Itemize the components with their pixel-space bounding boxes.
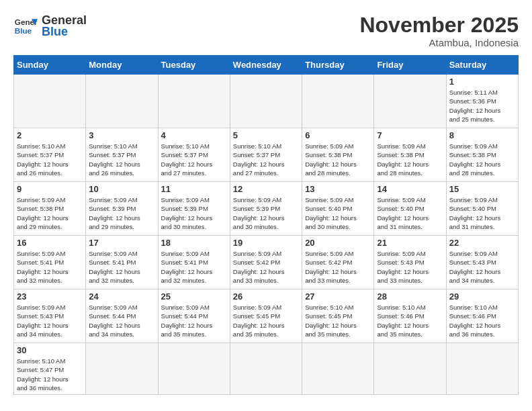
- day-info: Sunrise: 5:10 AMSunset: 5:46 PMDaylight:…: [377, 303, 443, 338]
- day-number: 15: [449, 184, 515, 194]
- calendar-day-cell: 2Sunrise: 5:10 AMSunset: 5:37 PMDaylight…: [14, 128, 86, 182]
- weekday-header: Thursday: [302, 56, 374, 75]
- day-number: 18: [161, 238, 227, 248]
- calendar-day-cell: 26Sunrise: 5:09 AMSunset: 5:45 PMDayligh…: [230, 289, 302, 343]
- calendar-day-cell: 16Sunrise: 5:09 AMSunset: 5:41 PMDayligh…: [14, 236, 86, 289]
- day-info: Sunrise: 5:09 AMSunset: 5:43 PMDaylight:…: [17, 303, 83, 338]
- day-number: 13: [305, 184, 371, 194]
- calendar-day-cell: 29Sunrise: 5:10 AMSunset: 5:46 PMDayligh…: [446, 289, 518, 343]
- logo: General Blue General Blue: [13, 13, 87, 39]
- day-info: Sunrise: 5:09 AMSunset: 5:41 PMDaylight:…: [89, 249, 154, 285]
- calendar-week-row: 2Sunrise: 5:10 AMSunset: 5:37 PMDaylight…: [14, 128, 519, 182]
- calendar-day-cell: 18Sunrise: 5:09 AMSunset: 5:41 PMDayligh…: [158, 236, 230, 289]
- day-info: Sunrise: 5:09 AMSunset: 5:43 PMDaylight:…: [377, 249, 443, 285]
- calendar-day-cell: [86, 75, 158, 128]
- day-number: 8: [449, 130, 515, 140]
- calendar-day-cell: [14, 75, 86, 128]
- day-info: Sunrise: 5:09 AMSunset: 5:42 PMDaylight:…: [233, 249, 299, 285]
- calendar-day-cell: 27Sunrise: 5:10 AMSunset: 5:45 PMDayligh…: [302, 289, 374, 343]
- title-block: November 2025 Atambua, Indonesia: [359, 13, 519, 48]
- calendar-day-cell: 3Sunrise: 5:10 AMSunset: 5:37 PMDaylight…: [86, 128, 158, 182]
- day-info: Sunrise: 5:09 AMSunset: 5:40 PMDaylight:…: [449, 195, 515, 231]
- calendar-day-cell: 22Sunrise: 5:09 AMSunset: 5:43 PMDayligh…: [446, 236, 518, 289]
- day-number: 12: [233, 184, 299, 194]
- calendar-day-cell: 4Sunrise: 5:10 AMSunset: 5:37 PMDaylight…: [158, 128, 230, 182]
- calendar-day-cell: [374, 75, 446, 128]
- calendar-day-cell: 25Sunrise: 5:09 AMSunset: 5:44 PMDayligh…: [158, 289, 230, 343]
- day-info: Sunrise: 5:09 AMSunset: 5:43 PMDaylight:…: [449, 249, 515, 285]
- day-number: 11: [161, 184, 227, 194]
- calendar-table: SundayMondayTuesdayWednesdayThursdayFrid…: [13, 55, 519, 395]
- day-number: 25: [161, 291, 227, 302]
- day-info: Sunrise: 5:10 AMSunset: 5:47 PMDaylight:…: [17, 357, 83, 392]
- calendar-week-row: 23Sunrise: 5:09 AMSunset: 5:43 PMDayligh…: [14, 289, 519, 343]
- calendar-day-cell: [158, 343, 230, 395]
- calendar-day-cell: 24Sunrise: 5:09 AMSunset: 5:44 PMDayligh…: [86, 289, 158, 343]
- day-info: Sunrise: 5:10 AMSunset: 5:37 PMDaylight:…: [233, 142, 299, 177]
- calendar-week-row: 1Sunrise: 5:11 AMSunset: 5:36 PMDaylight…: [14, 75, 519, 128]
- day-number: 24: [89, 291, 154, 302]
- svg-text:Blue: Blue: [15, 26, 32, 35]
- weekday-header: Tuesday: [158, 56, 230, 75]
- day-info: Sunrise: 5:09 AMSunset: 5:38 PMDaylight:…: [449, 142, 515, 177]
- day-info: Sunrise: 5:09 AMSunset: 5:39 PMDaylight:…: [233, 195, 299, 231]
- day-info: Sunrise: 5:09 AMSunset: 5:44 PMDaylight:…: [89, 303, 154, 338]
- day-number: 1: [449, 77, 515, 87]
- day-number: 6: [305, 130, 371, 140]
- day-number: 7: [377, 130, 443, 140]
- calendar-day-cell: [230, 343, 302, 395]
- weekday-header-row: SundayMondayTuesdayWednesdayThursdayFrid…: [14, 56, 519, 75]
- calendar-day-cell: 15Sunrise: 5:09 AMSunset: 5:40 PMDayligh…: [446, 182, 518, 236]
- day-number: 10: [89, 184, 154, 194]
- day-info: Sunrise: 5:09 AMSunset: 5:38 PMDaylight:…: [17, 195, 83, 231]
- day-info: Sunrise: 5:10 AMSunset: 5:46 PMDaylight:…: [449, 303, 515, 338]
- calendar-day-cell: [158, 75, 230, 128]
- calendar-day-cell: 19Sunrise: 5:09 AMSunset: 5:42 PMDayligh…: [230, 236, 302, 289]
- day-info: Sunrise: 5:09 AMSunset: 5:45 PMDaylight:…: [233, 303, 299, 338]
- day-number: 26: [233, 291, 299, 302]
- day-info: Sunrise: 5:10 AMSunset: 5:37 PMDaylight:…: [17, 142, 83, 177]
- day-number: 4: [161, 130, 227, 140]
- day-info: Sunrise: 5:09 AMSunset: 5:40 PMDaylight:…: [305, 195, 371, 231]
- calendar-day-cell: [230, 75, 302, 128]
- day-number: 20: [305, 238, 371, 248]
- day-info: Sunrise: 5:09 AMSunset: 5:41 PMDaylight:…: [161, 249, 227, 285]
- calendar-day-cell: 5Sunrise: 5:10 AMSunset: 5:37 PMDaylight…: [230, 128, 302, 182]
- calendar-day-cell: [446, 343, 518, 395]
- weekday-header: Monday: [86, 56, 158, 75]
- day-info: Sunrise: 5:09 AMSunset: 5:38 PMDaylight:…: [377, 142, 443, 177]
- day-number: 3: [89, 130, 154, 140]
- day-info: Sunrise: 5:09 AMSunset: 5:39 PMDaylight:…: [161, 195, 227, 231]
- calendar-day-cell: 17Sunrise: 5:09 AMSunset: 5:41 PMDayligh…: [86, 236, 158, 289]
- day-number: 14: [377, 184, 443, 194]
- calendar-day-cell: 14Sunrise: 5:09 AMSunset: 5:40 PMDayligh…: [374, 182, 446, 236]
- calendar-day-cell: 9Sunrise: 5:09 AMSunset: 5:38 PMDaylight…: [14, 182, 86, 236]
- day-info: Sunrise: 5:09 AMSunset: 5:41 PMDaylight:…: [17, 249, 83, 285]
- day-info: Sunrise: 5:09 AMSunset: 5:44 PMDaylight:…: [161, 303, 227, 338]
- calendar-day-cell: 6Sunrise: 5:09 AMSunset: 5:38 PMDaylight…: [302, 128, 374, 182]
- day-number: 2: [17, 130, 83, 140]
- calendar-day-cell: [374, 343, 446, 395]
- day-number: 9: [17, 184, 83, 194]
- calendar-week-row: 9Sunrise: 5:09 AMSunset: 5:38 PMDaylight…: [14, 182, 519, 236]
- day-number: 30: [17, 345, 83, 355]
- calendar-day-cell: 8Sunrise: 5:09 AMSunset: 5:38 PMDaylight…: [446, 128, 518, 182]
- calendar-day-cell: 10Sunrise: 5:09 AMSunset: 5:39 PMDayligh…: [86, 182, 158, 236]
- calendar-day-cell: 11Sunrise: 5:09 AMSunset: 5:39 PMDayligh…: [158, 182, 230, 236]
- day-number: 28: [377, 291, 443, 302]
- weekday-header: Saturday: [446, 56, 518, 75]
- calendar-week-row: 16Sunrise: 5:09 AMSunset: 5:41 PMDayligh…: [14, 236, 519, 289]
- day-info: Sunrise: 5:09 AMSunset: 5:39 PMDaylight:…: [89, 195, 154, 231]
- calendar-day-cell: 13Sunrise: 5:09 AMSunset: 5:40 PMDayligh…: [302, 182, 374, 236]
- calendar-week-row: 30Sunrise: 5:10 AMSunset: 5:47 PMDayligh…: [14, 343, 519, 395]
- calendar-day-cell: [302, 75, 374, 128]
- calendar-day-cell: [302, 343, 374, 395]
- calendar-day-cell: 1Sunrise: 5:11 AMSunset: 5:36 PMDaylight…: [446, 75, 518, 128]
- day-number: 22: [449, 238, 515, 248]
- day-number: 17: [89, 238, 154, 248]
- day-number: 5: [233, 130, 299, 140]
- day-number: 21: [377, 238, 443, 248]
- day-info: Sunrise: 5:09 AMSunset: 5:40 PMDaylight:…: [377, 195, 443, 231]
- day-info: Sunrise: 5:10 AMSunset: 5:37 PMDaylight:…: [161, 142, 227, 177]
- calendar-day-cell: 30Sunrise: 5:10 AMSunset: 5:47 PMDayligh…: [14, 343, 86, 395]
